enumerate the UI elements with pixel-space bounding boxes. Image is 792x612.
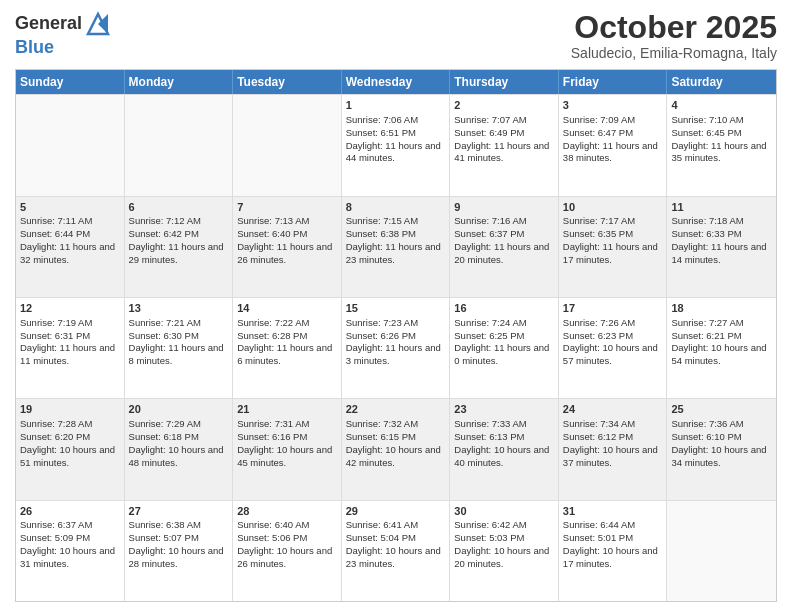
sunset-text: Sunset: 6:47 PM xyxy=(563,127,633,138)
day-number: 4 xyxy=(671,98,772,113)
sunset-text: Sunset: 6:49 PM xyxy=(454,127,524,138)
calendar-body: 1Sunrise: 7:06 AMSunset: 6:51 PMDaylight… xyxy=(16,94,776,601)
daylight-text: Daylight: 10 hours and 40 minutes. xyxy=(454,444,549,468)
header-day-wednesday: Wednesday xyxy=(342,70,451,94)
calendar-cell: 30Sunrise: 6:42 AMSunset: 5:03 PMDayligh… xyxy=(450,501,559,601)
header-day-thursday: Thursday xyxy=(450,70,559,94)
sunrise-text: Sunrise: 7:12 AM xyxy=(129,215,201,226)
daylight-text: Daylight: 10 hours and 26 minutes. xyxy=(237,545,332,569)
sunset-text: Sunset: 6:45 PM xyxy=(671,127,741,138)
calendar-cell: 28Sunrise: 6:40 AMSunset: 5:06 PMDayligh… xyxy=(233,501,342,601)
calendar-cell: 21Sunrise: 7:31 AMSunset: 6:16 PMDayligh… xyxy=(233,399,342,499)
sunset-text: Sunset: 6:18 PM xyxy=(129,431,199,442)
day-number: 25 xyxy=(671,402,772,417)
calendar-row-1: 1Sunrise: 7:06 AMSunset: 6:51 PMDaylight… xyxy=(16,94,776,195)
calendar-cell: 11Sunrise: 7:18 AMSunset: 6:33 PMDayligh… xyxy=(667,197,776,297)
sunset-text: Sunset: 6:23 PM xyxy=(563,330,633,341)
day-number: 13 xyxy=(129,301,229,316)
daylight-text: Daylight: 10 hours and 17 minutes. xyxy=(563,545,658,569)
daylight-text: Daylight: 11 hours and 41 minutes. xyxy=(454,140,549,164)
day-number: 2 xyxy=(454,98,554,113)
calendar-cell: 12Sunrise: 7:19 AMSunset: 6:31 PMDayligh… xyxy=(16,298,125,398)
sunset-text: Sunset: 6:44 PM xyxy=(20,228,90,239)
day-number: 9 xyxy=(454,200,554,215)
sunset-text: Sunset: 6:42 PM xyxy=(129,228,199,239)
calendar-cell xyxy=(125,95,234,195)
daylight-text: Daylight: 10 hours and 45 minutes. xyxy=(237,444,332,468)
header-day-monday: Monday xyxy=(125,70,234,94)
calendar-row-4: 19Sunrise: 7:28 AMSunset: 6:20 PMDayligh… xyxy=(16,398,776,499)
day-number: 8 xyxy=(346,200,446,215)
day-number: 29 xyxy=(346,504,446,519)
calendar-cell: 13Sunrise: 7:21 AMSunset: 6:30 PMDayligh… xyxy=(125,298,234,398)
day-number: 11 xyxy=(671,200,772,215)
sunset-text: Sunset: 6:35 PM xyxy=(563,228,633,239)
calendar-row-5: 26Sunrise: 6:37 AMSunset: 5:09 PMDayligh… xyxy=(16,500,776,601)
sunset-text: Sunset: 6:16 PM xyxy=(237,431,307,442)
sunset-text: Sunset: 5:06 PM xyxy=(237,532,307,543)
sunset-text: Sunset: 6:13 PM xyxy=(454,431,524,442)
sunrise-text: Sunrise: 7:07 AM xyxy=(454,114,526,125)
sunrise-text: Sunrise: 6:41 AM xyxy=(346,519,418,530)
daylight-text: Daylight: 10 hours and 42 minutes. xyxy=(346,444,441,468)
sunrise-text: Sunrise: 6:38 AM xyxy=(129,519,201,530)
sunrise-text: Sunrise: 7:15 AM xyxy=(346,215,418,226)
calendar-cell: 23Sunrise: 7:33 AMSunset: 6:13 PMDayligh… xyxy=(450,399,559,499)
sunrise-text: Sunrise: 7:13 AM xyxy=(237,215,309,226)
daylight-text: Daylight: 11 hours and 29 minutes. xyxy=(129,241,224,265)
calendar-cell: 8Sunrise: 7:15 AMSunset: 6:38 PMDaylight… xyxy=(342,197,451,297)
day-number: 1 xyxy=(346,98,446,113)
page: General Blue October 2025 Saludecio, Emi… xyxy=(0,0,792,612)
calendar-cell: 26Sunrise: 6:37 AMSunset: 5:09 PMDayligh… xyxy=(16,501,125,601)
day-number: 22 xyxy=(346,402,446,417)
daylight-text: Daylight: 10 hours and 51 minutes. xyxy=(20,444,115,468)
daylight-text: Daylight: 10 hours and 57 minutes. xyxy=(563,342,658,366)
sunrise-text: Sunrise: 7:23 AM xyxy=(346,317,418,328)
daylight-text: Daylight: 11 hours and 20 minutes. xyxy=(454,241,549,265)
sunset-text: Sunset: 6:40 PM xyxy=(237,228,307,239)
logo-icon xyxy=(84,10,112,38)
sunset-text: Sunset: 6:10 PM xyxy=(671,431,741,442)
calendar-row-3: 12Sunrise: 7:19 AMSunset: 6:31 PMDayligh… xyxy=(16,297,776,398)
location: Saludecio, Emilia-Romagna, Italy xyxy=(571,45,777,61)
sunset-text: Sunset: 5:09 PM xyxy=(20,532,90,543)
day-number: 14 xyxy=(237,301,337,316)
sunrise-text: Sunrise: 7:27 AM xyxy=(671,317,743,328)
calendar-cell xyxy=(233,95,342,195)
daylight-text: Daylight: 10 hours and 37 minutes. xyxy=(563,444,658,468)
calendar: SundayMondayTuesdayWednesdayThursdayFrid… xyxy=(15,69,777,602)
logo: General Blue xyxy=(15,10,112,58)
calendar-cell: 20Sunrise: 7:29 AMSunset: 6:18 PMDayligh… xyxy=(125,399,234,499)
sunrise-text: Sunrise: 6:40 AM xyxy=(237,519,309,530)
daylight-text: Daylight: 11 hours and 35 minutes. xyxy=(671,140,766,164)
day-number: 23 xyxy=(454,402,554,417)
calendar-cell: 22Sunrise: 7:32 AMSunset: 6:15 PMDayligh… xyxy=(342,399,451,499)
calendar-cell xyxy=(16,95,125,195)
day-number: 12 xyxy=(20,301,120,316)
day-number: 31 xyxy=(563,504,663,519)
sunset-text: Sunset: 5:04 PM xyxy=(346,532,416,543)
daylight-text: Daylight: 11 hours and 44 minutes. xyxy=(346,140,441,164)
title-block: October 2025 Saludecio, Emilia-Romagna, … xyxy=(571,10,777,61)
day-number: 26 xyxy=(20,504,120,519)
daylight-text: Daylight: 11 hours and 23 minutes. xyxy=(346,241,441,265)
calendar-cell: 3Sunrise: 7:09 AMSunset: 6:47 PMDaylight… xyxy=(559,95,668,195)
sunset-text: Sunset: 6:31 PM xyxy=(20,330,90,341)
sunset-text: Sunset: 6:12 PM xyxy=(563,431,633,442)
calendar-header: SundayMondayTuesdayWednesdayThursdayFrid… xyxy=(16,70,776,94)
calendar-cell: 2Sunrise: 7:07 AMSunset: 6:49 PMDaylight… xyxy=(450,95,559,195)
calendar-cell: 5Sunrise: 7:11 AMSunset: 6:44 PMDaylight… xyxy=(16,197,125,297)
sunrise-text: Sunrise: 7:11 AM xyxy=(20,215,92,226)
day-number: 27 xyxy=(129,504,229,519)
sunset-text: Sunset: 6:25 PM xyxy=(454,330,524,341)
sunrise-text: Sunrise: 7:10 AM xyxy=(671,114,743,125)
sunrise-text: Sunrise: 6:44 AM xyxy=(563,519,635,530)
calendar-cell xyxy=(667,501,776,601)
header-day-friday: Friday xyxy=(559,70,668,94)
sunset-text: Sunset: 6:37 PM xyxy=(454,228,524,239)
day-number: 18 xyxy=(671,301,772,316)
sunrise-text: Sunrise: 7:21 AM xyxy=(129,317,201,328)
calendar-cell: 7Sunrise: 7:13 AMSunset: 6:40 PMDaylight… xyxy=(233,197,342,297)
sunrise-text: Sunrise: 7:19 AM xyxy=(20,317,92,328)
day-number: 10 xyxy=(563,200,663,215)
